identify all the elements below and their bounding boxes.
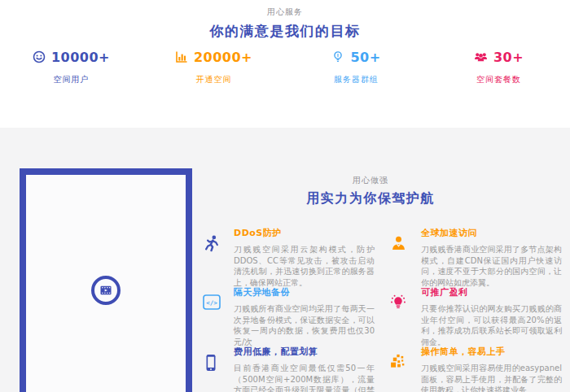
bulb-filled-icon [389,279,421,338]
media-placeholder-circle [91,276,121,305]
strength-header: 用心做强 用实力为你保驾护航 [183,175,558,207]
feature-title: 可推广盈利 [421,286,562,298]
services-eyebrow: 用心服务 [0,0,570,18]
media-placeholder [20,168,192,392]
stat-packages: 30+ 空间套餐数 [428,47,570,85]
stat-server-groups: 50+ 服务器群组 [285,47,428,85]
stat-label: 服务器群组 [285,74,428,85]
feature-title: 隔天异地备份 [234,286,375,298]
feature-title: 操作简单，容易上手 [421,346,562,358]
phone-icon [202,338,234,392]
code-icon: </> [202,279,234,338]
feature-low-cost: 费用低廉，配置划算 目前香港商业空间最低仅需50一年（500M空间+200M数据… [202,338,375,392]
feature-title: DDoS防护 [234,227,375,239]
feature-referral: 可推广盈利 只要你推荐认识的网友购买刀贱贱的商业年付空间，可以获得最高20%的返… [389,279,562,338]
stat-space-users: 10000+ 空间用户 [0,47,142,85]
feature-title: 费用低廉，配置划算 [234,346,375,358]
features-grid: DDoS防护 刀贱贱空间采用云架构模式，防护DDOS、CC等常见攻击，被攻击启动… [202,220,570,392]
services-title: 你的满意是我们的目标 [0,22,570,41]
feature-text: 目前香港商业空间最低仅需50一年（500M空间+200M数据库），流量方面已经全… [234,363,375,392]
feature-easy-use: 操作简单，容易上手 刀贱贱空间采用容易使用的easypanel面板，容易上手使用… [389,338,562,392]
feature-ddos: DDoS防护 刀贱贱空间采用云架构模式，防护DDOS、CC等常见攻击，被攻击启动… [202,220,375,279]
runner-icon [202,220,234,279]
stats-row: 10000+ 空间用户 20000+ 开通空间 [0,47,570,85]
stat-label: 开通空间 [142,74,285,85]
businessman-icon [389,220,421,279]
strength-title: 用实力为你保驾护航 [183,190,558,207]
pixels-icon [389,338,421,392]
stat-label: 空间套餐数 [428,74,570,85]
bulb-outline-icon [331,50,344,63]
smiley-icon [33,50,46,63]
page: 用心服务 你的满意是我们的目标 10000+ 空间用户 [0,0,570,392]
stat-opened-spaces: 20000+ 开通空间 [142,47,285,85]
stat-value: 30+ [493,50,524,65]
feature-backup: </> 隔天异地备份 刀贱贱所有商业空间均采用了每两天一次异地备份模式，保证数据… [202,279,375,338]
section-strength: 用心做强 用实力为你保驾护航 DDoS防护 刀贱贱空间采用云架构模式 [0,128,570,392]
bar-chart-icon [175,50,188,63]
users-icon [474,50,488,63]
svg-text:</>: </> [206,299,217,307]
feature-global-access: 全球加速访问 刀贱贱香港商业空间采用了多节点架构模式，自建CDN保证国内用户快速… [389,220,562,279]
feature-title: 全球加速访问 [421,227,562,239]
stat-value: 50+ [350,50,380,65]
stat-value: 20000+ [194,50,252,65]
stat-label: 空间用户 [0,74,142,85]
film-icon [100,285,112,295]
stat-value: 10000+ [51,50,110,65]
strength-eyebrow: 用心做强 [183,175,558,186]
feature-text: 刀贱贱空间采用容易使用的easypanel面板，容易上手使用，并配备了完整的使用… [421,363,562,392]
section-services: 用心服务 你的满意是我们的目标 10000+ 空间用户 [0,0,570,128]
